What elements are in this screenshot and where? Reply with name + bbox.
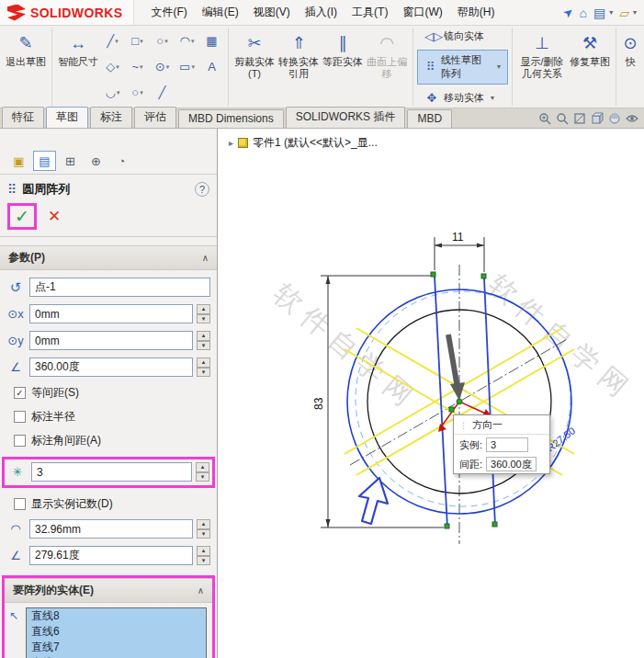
text-tool-button[interactable]: A xyxy=(199,54,224,80)
spin-up-icon[interactable]: ▴ xyxy=(197,519,210,529)
tab-addins[interactable]: SOLIDWORKS 插件 xyxy=(286,107,406,128)
menu-insert[interactable]: 插入(I) xyxy=(298,1,345,24)
display-style-icon[interactable] xyxy=(608,112,621,125)
menu-window[interactable]: 窗口(W) xyxy=(395,1,449,24)
line-tool-button[interactable]: ╱▾ xyxy=(100,28,125,54)
property-manager-tab[interactable]: ▤ xyxy=(33,151,56,171)
hide-show-items-icon[interactable] xyxy=(626,112,638,125)
equal-spacing-checkbox[interactable]: ✓ xyxy=(14,387,26,399)
menu-help[interactable]: 帮助(H) xyxy=(450,1,503,24)
quick-snaps-button[interactable]: ⊙ 快 xyxy=(620,29,640,68)
sketch-point[interactable] xyxy=(492,522,497,527)
spline-tool-button[interactable]: ~▾ xyxy=(125,54,150,80)
callout-header[interactable]: ⋮ 方向一 xyxy=(454,415,549,435)
point-tool-button[interactable]: ⊙▾ xyxy=(150,54,175,80)
section-view-icon[interactable] xyxy=(573,112,586,125)
center-x-field[interactable]: 0mm xyxy=(29,304,193,323)
spin-up-icon[interactable]: ▴ xyxy=(197,546,210,556)
collapse-icon[interactable]: ∧ xyxy=(198,585,204,596)
new-document-caret-icon[interactable]: ▾ xyxy=(609,8,613,17)
spin-down-icon[interactable]: ▾ xyxy=(197,556,210,566)
menu-edit[interactable]: 编辑(E) xyxy=(195,1,246,24)
dimxpert-manager-tab[interactable]: ⊕ xyxy=(85,151,107,171)
mirror-entities-button[interactable]: ◁▷ 镜向实体 xyxy=(417,26,508,47)
polygon-tool-button[interactable]: ◇▾ xyxy=(100,54,125,80)
help-icon[interactable]: ? xyxy=(195,182,209,197)
smart-dimension-button[interactable]: ↔ 智能尺寸 xyxy=(56,29,100,68)
linear-sketch-pattern-button[interactable]: ⠿ 线性草图阵列 ▾ xyxy=(417,50,508,85)
home-icon[interactable]: ⌂ xyxy=(579,6,586,20)
instances-spinner[interactable]: ▴▾ xyxy=(196,462,209,482)
circle-tool-button[interactable]: ○▾ xyxy=(150,28,175,54)
spin-down-icon[interactable]: ▾ xyxy=(197,529,210,539)
menu-view[interactable]: 视图(V) xyxy=(246,1,298,24)
entities-listbox[interactable]: 直线8 直线6 直线7 直线9 xyxy=(26,607,207,658)
reverse-direction-icon[interactable]: ↺ xyxy=(6,279,26,296)
menu-file[interactable]: 文件(F) xyxy=(143,1,194,24)
spin-down-icon[interactable]: ▾ xyxy=(196,472,209,482)
new-document-icon[interactable]: ▤ xyxy=(593,6,605,20)
collapse-icon[interactable]: ∧ xyxy=(202,253,209,263)
graphics-area[interactable]: ▸ 零件1 (默认<<默认>_显... 软件自学网 软件自学网 xyxy=(218,129,644,658)
tab-markup[interactable]: 标注 xyxy=(90,107,132,128)
ellipse-tool-button[interactable]: ○▾ xyxy=(125,80,150,106)
slot-tool-button[interactable]: ▭▾ xyxy=(175,54,199,80)
fillet-tool-button[interactable]: ◡▾ xyxy=(100,80,125,106)
spin-up-icon[interactable]: ▴ xyxy=(197,304,210,314)
convert-entities-button[interactable]: ⇑ 转换实体引用 xyxy=(277,29,321,80)
spin-down-icon[interactable]: ▾ xyxy=(197,341,210,351)
list-item[interactable]: 直线6 xyxy=(27,624,206,640)
callout-grip-icon[interactable]: ⋮ xyxy=(459,421,468,430)
tree-expand-icon[interactable]: ▸ xyxy=(229,138,233,148)
tab-evaluate[interactable]: 评估 xyxy=(134,107,176,128)
arc-angle-spinner[interactable]: ▴▾ xyxy=(197,546,210,565)
show-count-checkbox[interactable] xyxy=(14,498,26,510)
exit-sketch-button[interactable]: ✎ 退出草图 xyxy=(4,29,48,68)
dim-angle-checkbox[interactable] xyxy=(14,435,26,447)
move-entities-button[interactable]: ✥ 移动实体 ▾ xyxy=(417,87,508,108)
spin-up-icon[interactable]: ▴ xyxy=(196,462,209,472)
radius-spinner[interactable]: ▴▾ xyxy=(197,519,210,539)
sketch-point[interactable] xyxy=(445,524,449,528)
center-x-spinner[interactable]: ▴▾ xyxy=(197,304,210,323)
tab-mbd-dimensions[interactable]: MBD Dimensions xyxy=(178,109,284,128)
instances-field[interactable]: 3 xyxy=(31,462,192,482)
open-caret-icon[interactable]: ▾ xyxy=(633,8,637,17)
feature-manager-tab[interactable]: ▣ xyxy=(7,151,30,171)
linear-pattern-caret-icon[interactable]: ▾ xyxy=(497,62,501,71)
arc-angle-field[interactable]: 279.61度 xyxy=(29,546,193,565)
center-y-field[interactable]: 0mm xyxy=(29,331,193,350)
view-orientation-icon[interactable] xyxy=(591,112,604,125)
display-delete-relations-button[interactable]: ⊥ 显示/删除几何关系 xyxy=(516,29,568,80)
rectangle-tool-button[interactable]: □▾ xyxy=(125,28,150,54)
grid-tool-button[interactable]: ▦ xyxy=(199,28,224,54)
move-entities-caret-icon[interactable]: ▾ xyxy=(491,94,494,102)
callout-spacing-value[interactable]: 360.00度 xyxy=(486,457,537,471)
spin-up-icon[interactable]: ▴ xyxy=(197,331,210,341)
display-manager-tab[interactable]: ◔ xyxy=(110,151,133,171)
sketch-point[interactable] xyxy=(481,274,486,278)
open-icon[interactable]: ▱ xyxy=(619,6,629,20)
arc-tool-button[interactable]: ◠▾ xyxy=(175,28,199,54)
construction-tool-button[interactable]: ╱ xyxy=(150,80,175,106)
dim-height-text[interactable]: 83 xyxy=(312,397,325,410)
list-item[interactable]: 直线7 xyxy=(27,640,206,655)
callout-instances-value[interactable]: 3 xyxy=(486,437,528,452)
feature-tree-root[interactable]: ▸ 零件1 (默认<<默认>_显... xyxy=(229,135,378,151)
configuration-manager-tab[interactable]: ⊞ xyxy=(59,151,82,171)
offset-entities-button[interactable]: ∥ 等距实体 xyxy=(321,29,365,68)
spin-up-icon[interactable]: ▴ xyxy=(197,357,210,368)
sketch-point[interactable] xyxy=(449,407,454,412)
zoom-fit-icon[interactable] xyxy=(556,112,569,125)
radius-field[interactable]: 32.96mm xyxy=(29,519,193,539)
tab-sketch[interactable]: 草图 xyxy=(46,107,88,128)
tab-mbd[interactable]: MBD xyxy=(407,109,452,128)
total-angle-field[interactable]: 360.00度 xyxy=(29,357,193,377)
trim-entities-button[interactable]: ✂ 剪裁实体(T) xyxy=(232,29,277,80)
tab-features[interactable]: 特征 xyxy=(2,107,44,128)
repair-sketch-button[interactable]: ⚒ 修复草图 xyxy=(568,29,612,68)
zoom-window-icon[interactable] xyxy=(538,112,551,125)
list-item[interactable]: 直线8 xyxy=(27,608,206,624)
pin-icon[interactable]: ➤ xyxy=(559,4,576,21)
ok-button[interactable]: ✓ xyxy=(15,207,29,226)
